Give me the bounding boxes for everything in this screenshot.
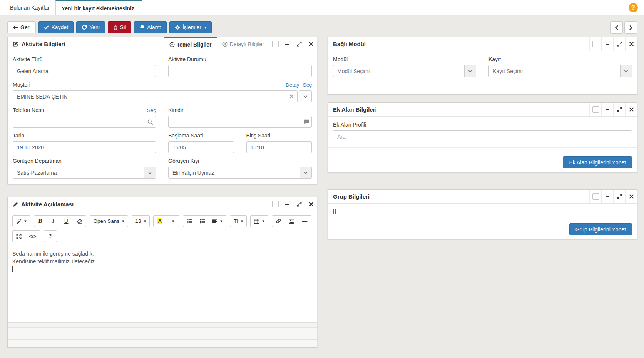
- gorusen-kisi-select[interactable]: Elif Yalçın Uymaz: [168, 167, 312, 179]
- musteri-dropdown-button[interactable]: [299, 90, 312, 102]
- chevron-down-icon: [620, 65, 632, 77]
- expand-icon: [617, 194, 622, 199]
- font-family-dropdown[interactable]: Open Sans ▾: [90, 215, 128, 227]
- actions-dropdown-button[interactable]: İşlemler ▾: [169, 21, 212, 33]
- font-color-dropdown[interactable]: ▾: [166, 215, 179, 227]
- panel-pin-checkbox[interactable]: [269, 197, 281, 211]
- activity-info-title: Aktivite Bilgileri: [8, 37, 164, 51]
- editor-footer-row: [8, 327, 317, 339]
- panel-collapse-button[interactable]: [601, 37, 613, 51]
- minus-icon: [285, 202, 289, 207]
- clear-format-button[interactable]: [73, 215, 86, 227]
- panel-pin-checkbox[interactable]: [589, 190, 601, 203]
- ek-alan-profili-label: Ek Alan Profili: [333, 122, 632, 128]
- aktivite-durumu-input[interactable]: [168, 65, 312, 77]
- tab-bulunan-kayitlar[interactable]: Bulunan Kayıtlar: [4, 0, 55, 15]
- caret-down-icon: ▾: [241, 219, 243, 223]
- kayit-select[interactable]: Kayıt Seçimi: [488, 65, 632, 77]
- panel-expand-button[interactable]: [613, 37, 625, 51]
- tab-yeni-kayit[interactable]: Yeni bir kayıt eklemektesiniz.: [55, 0, 142, 15]
- font-size-dropdown[interactable]: 13 ▾: [132, 215, 150, 227]
- manage-group-button[interactable]: Grup Bilgilerini Yönet: [569, 223, 632, 235]
- bold-button[interactable]: B: [34, 215, 47, 227]
- panel-close-button[interactable]: [625, 37, 637, 51]
- insert-hr-button[interactable]: —: [298, 215, 311, 227]
- ek-alan-profili-search-input[interactable]: [333, 130, 632, 142]
- help-icon[interactable]: ?: [629, 3, 638, 12]
- panel-expand-button[interactable]: [613, 103, 625, 116]
- richtext-toolbar: ▾ B I U Open Sans: [8, 211, 317, 246]
- bitis-saati-input[interactable]: [246, 141, 312, 153]
- ordered-list-button[interactable]: [196, 215, 209, 227]
- close-icon: [309, 42, 313, 46]
- search-icon[interactable]: [144, 116, 156, 127]
- musteri-detail-link[interactable]: Detay: [286, 82, 299, 88]
- list-ol-icon: [200, 219, 205, 224]
- kayit-label: Kayıt: [488, 56, 632, 62]
- save-button[interactable]: Kaydet: [38, 21, 74, 33]
- modul-select[interactable]: Modül Seçimi: [333, 65, 476, 77]
- panel-collapse-button[interactable]: [601, 103, 613, 116]
- actions-label: İşlemler: [182, 24, 201, 30]
- comment-icon[interactable]: [300, 116, 312, 127]
- code-view-button[interactable]: </>: [25, 230, 40, 242]
- table-dropdown[interactable]: ▾: [250, 215, 268, 227]
- paragraph-align-dropdown[interactable]: ▾: [209, 215, 226, 227]
- arrows-alt-icon: [16, 234, 22, 239]
- telefon-input[interactable]: [13, 116, 156, 128]
- departman-select[interactable]: Satış-Pazarlama: [13, 167, 156, 179]
- back-button[interactable]: Geri: [7, 21, 36, 33]
- delete-button[interactable]: Sil: [108, 21, 132, 33]
- telefon-select-link[interactable]: Seç: [147, 107, 156, 113]
- caret-down-icon: ▾: [262, 219, 264, 223]
- chevron-down-icon: [300, 167, 311, 178]
- panel-expand-button[interactable]: [293, 197, 305, 211]
- panel-pin-checkbox[interactable]: [589, 103, 601, 116]
- insert-image-button[interactable]: [285, 215, 298, 227]
- fullscreen-button[interactable]: [12, 230, 25, 242]
- richtext-editing-area[interactable]: Seda hanım ile görüşme sağladık. Kendisi…: [8, 246, 317, 322]
- clear-value-icon[interactable]: [286, 91, 298, 102]
- line-height-dropdown[interactable]: TI ▾: [230, 215, 247, 227]
- panel-collapse-button[interactable]: [281, 37, 293, 51]
- caret-down-icon: ▾: [24, 219, 27, 223]
- list-ul-icon: [187, 219, 192, 224]
- activity-info-panel: Aktivite Bilgileri Temel Bilgiler Detayl…: [7, 37, 317, 184]
- baslama-saati-input[interactable]: [168, 141, 234, 153]
- new-button[interactable]: Yeni: [76, 21, 105, 33]
- underline-button[interactable]: U: [60, 215, 73, 227]
- style-dropdown-button[interactable]: ▾: [12, 215, 30, 227]
- next-record-button[interactable]: [624, 21, 637, 34]
- insert-link-button[interactable]: [272, 215, 285, 227]
- font-color-button[interactable]: A: [153, 215, 166, 227]
- editor-help-button[interactable]: ?: [44, 230, 57, 242]
- panel-collapse-button[interactable]: [601, 190, 613, 203]
- unordered-list-button[interactable]: [183, 215, 196, 227]
- panel-close-button[interactable]: [625, 190, 637, 203]
- panel-close-button[interactable]: [305, 197, 317, 211]
- musteri-input[interactable]: [13, 90, 298, 102]
- editor-resize-bar[interactable]: [8, 322, 317, 327]
- panel-pin-checkbox[interactable]: [269, 37, 281, 51]
- minus-icon: [605, 42, 610, 47]
- aktivite-durumu-label: Aktivite Durumu: [168, 56, 312, 62]
- previous-record-button[interactable]: [610, 21, 623, 34]
- panel-expand-button[interactable]: [613, 190, 625, 203]
- italic-button[interactable]: I: [47, 215, 60, 227]
- aktivite-turu-input[interactable]: [13, 65, 156, 77]
- panel-close-button[interactable]: [625, 103, 637, 116]
- musteri-select-link[interactable]: Seç: [303, 82, 312, 88]
- alarm-button[interactable]: Alarm: [134, 21, 167, 33]
- expand-icon: [297, 42, 302, 47]
- tab-temel-bilgiler[interactable]: Temel Bilgiler: [164, 37, 217, 51]
- panel-expand-button[interactable]: [293, 37, 305, 51]
- caret-down-icon: ▾: [144, 219, 146, 223]
- save-label: Kaydet: [51, 24, 68, 30]
- tarih-input[interactable]: [13, 141, 156, 153]
- manage-extra-fields-button[interactable]: Ek Alan Bilgilerini Yönet: [563, 156, 632, 168]
- panel-close-button[interactable]: [305, 37, 317, 51]
- panel-pin-checkbox[interactable]: [589, 37, 601, 51]
- kimdir-input[interactable]: [168, 116, 312, 128]
- panel-collapse-button[interactable]: [281, 197, 293, 211]
- tab-detayli-bilgiler[interactable]: Detaylı Bilgiler: [217, 37, 269, 51]
